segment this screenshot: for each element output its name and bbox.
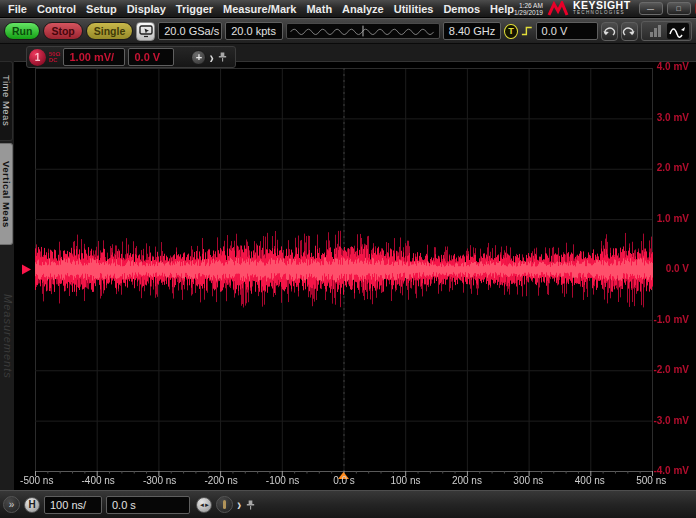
acquisition-toolbar: Run Stop Single 20.0 GSa/s 20.0 kpts 8.4…	[0, 18, 696, 44]
minimize-button[interactable]: —	[639, 2, 663, 15]
undo-icon	[602, 25, 616, 38]
maximize-button[interactable]: □	[667, 2, 691, 15]
channel1-scale-field[interactable]: 1.00 mV/	[63, 48, 125, 66]
horizontal-arrows-icon: ◄►	[199, 502, 209, 508]
trigger-level-field[interactable]: 0.0 V	[536, 22, 598, 40]
clock-date: 1/29/2019	[514, 9, 543, 16]
add-channel-button[interactable]: +	[191, 50, 206, 65]
channel1-bar: 1 50Ω DC 1.00 mV/ 0.0 V + ›	[26, 46, 236, 68]
menubar-right: 1:26 AM 1/29/2019 KEYSIGHT TECHNOLOGIES …	[514, 1, 696, 17]
redo-button[interactable]	[621, 22, 638, 41]
horizontal-toolbar: » H 100 ns/ 0.0 s ◄► ›	[0, 490, 696, 518]
waveform-memory-icon	[287, 24, 439, 38]
keysight-logo-icon	[547, 1, 569, 17]
menu-item[interactable]: Trigger	[176, 3, 213, 15]
chevron-right-icon: ›	[237, 495, 241, 515]
channel1-button[interactable]: 1	[29, 49, 46, 66]
clock: 1:26 AM 1/29/2019	[514, 2, 543, 16]
menu-item[interactable]: Help	[490, 3, 514, 15]
double-chevron-icon: »	[9, 499, 15, 510]
menu-bar: FileControlSetupDisplayTriggerMeasure/Ma…	[0, 0, 696, 18]
menu-item[interactable]: Analyze	[342, 3, 384, 15]
expand-channel-controls-button[interactable]: ›	[209, 49, 213, 66]
horizontal-position-indicator[interactable]	[286, 23, 440, 39]
trigger-indicator[interactable]: T	[504, 24, 518, 39]
brand: KEYSIGHT TECHNOLOGIES	[573, 1, 631, 17]
bandwidth-field[interactable]: 8.40 GHz	[443, 22, 501, 40]
minimize-icon: —	[647, 5, 654, 12]
marker-button[interactable]	[216, 496, 233, 513]
marker-icon	[220, 499, 229, 510]
menu-item[interactable]: Math	[306, 3, 332, 15]
rising-edge-icon	[521, 24, 533, 38]
menu-item[interactable]: File	[8, 3, 27, 15]
expand-sidebar-button[interactable]: »	[3, 496, 20, 513]
clock-time: 1:26 AM	[514, 2, 543, 9]
touch-screen-button[interactable]	[136, 22, 155, 41]
single-button[interactable]: Single	[86, 22, 134, 40]
channel1-coupling[interactable]: 50Ω DC	[49, 51, 60, 64]
oscilloscope-window: FileControlSetupDisplayTriggerMeasure/Ma…	[0, 0, 696, 518]
menu-item[interactable]: Demos	[443, 3, 480, 15]
undo-button[interactable]	[601, 22, 618, 41]
menu-item[interactable]: Control	[37, 3, 76, 15]
histogram-icon	[644, 23, 666, 39]
channel1-offset-field[interactable]: 0.0 V	[128, 48, 174, 66]
menu-items: FileControlSetupDisplayTriggerMeasure/Ma…	[0, 3, 514, 15]
sample-rate-field[interactable]: 20.0 GSa/s	[158, 22, 222, 40]
chevron-right-icon: ›	[209, 47, 213, 67]
memory-depth-field[interactable]: 20.0 kpts	[225, 22, 283, 40]
scope-main-area: Time Meas Vertical Meas Measurements 1 5…	[0, 44, 696, 490]
menu-item[interactable]: Measure/Mark	[223, 3, 296, 15]
timebase-field[interactable]: 100 ns/	[44, 496, 102, 514]
measurements-panel-handle[interactable]: Measurements	[0, 294, 14, 379]
stop-button[interactable]: Stop	[43, 22, 82, 40]
horizontal-settings-button[interactable]: H	[24, 497, 40, 513]
horizontal-position-field[interactable]: 0.0 s	[106, 496, 190, 514]
pin-icon[interactable]	[217, 51, 228, 63]
tab-time-meas[interactable]: Time Meas	[0, 61, 13, 141]
pin-icon[interactable]	[245, 499, 256, 511]
tab-vertical-meas[interactable]: Vertical Meas	[0, 143, 13, 245]
coupling-label: DC	[49, 57, 60, 64]
waveform-display[interactable]	[14, 62, 696, 491]
menu-item[interactable]: Utilities	[394, 3, 434, 15]
run-button[interactable]: Run	[4, 22, 40, 40]
waveform-display-area	[14, 61, 696, 490]
menu-item[interactable]: Setup	[86, 3, 117, 15]
maximize-icon: □	[676, 5, 680, 12]
display-pointer-icon	[139, 25, 153, 38]
brand-name: KEYSIGHT	[573, 1, 631, 9]
horizontal-zoom-button[interactable]: ◄►	[196, 497, 212, 513]
menu-item[interactable]: Display	[127, 3, 166, 15]
brand-subtitle: TECHNOLOGIES	[573, 9, 631, 17]
redo-icon	[622, 25, 636, 38]
expand-horizontal-controls-button[interactable]: ›	[237, 496, 241, 513]
waveform-cursor-icon	[667, 23, 689, 39]
display-mode-buttons[interactable]	[641, 21, 692, 41]
